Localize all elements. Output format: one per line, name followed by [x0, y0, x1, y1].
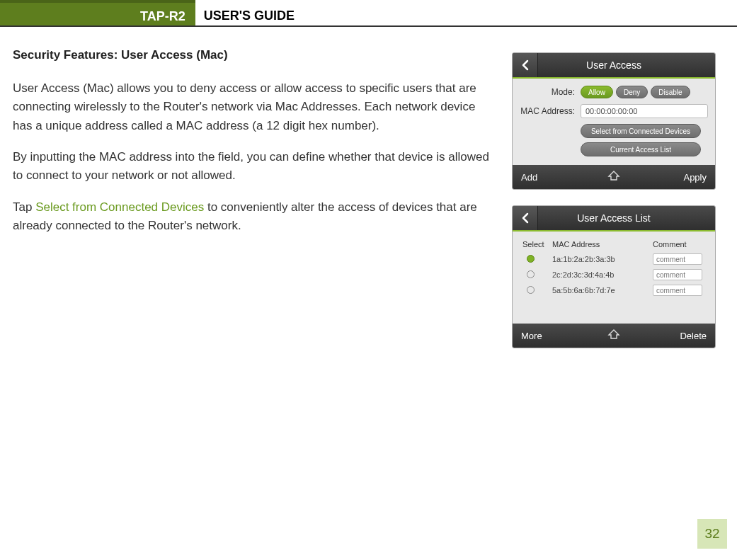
current-access-list-button[interactable]: Current Access List — [581, 142, 701, 156]
row-comment-input[interactable]: comment — [653, 285, 702, 296]
screenshot-column: User Access Mode: Allow Deny Disable MAC… — [512, 48, 716, 348]
apply-button[interactable]: Apply — [628, 172, 715, 183]
chevron-left-icon — [521, 59, 530, 71]
home-icon[interactable] — [600, 170, 628, 184]
mac-address-input[interactable]: 00:00:00:00:00 — [581, 104, 708, 118]
row-mac: 5a:5b:6a:6b:7d:7e — [552, 286, 653, 295]
back-button[interactable] — [513, 206, 538, 230]
chevron-left-icon — [521, 212, 530, 224]
row-select-radio[interactable] — [527, 270, 535, 278]
screen2-bottombar: More Delete — [513, 324, 715, 348]
row-comment-input[interactable]: comment — [653, 253, 702, 265]
col-header-mac: MAC Address — [552, 240, 653, 248]
para3-pre: Tap — [13, 200, 35, 214]
mode-deny-pill[interactable]: Deny — [616, 86, 648, 98]
doc-header: TAP-R2 USER'S GUIDE — [0, 0, 737, 27]
screen1-topbar: User Access — [513, 53, 715, 79]
screenshot-user-access: User Access Mode: Allow Deny Disable MAC… — [512, 52, 716, 190]
delete-button[interactable]: Delete — [628, 331, 715, 341]
row-mac: 2c:2d:3c:3d:4a:4b — [552, 270, 653, 279]
product-badge: TAP-R2 — [135, 0, 195, 25]
mode-allow-pill[interactable]: Allow — [581, 86, 613, 98]
screen1-title: User Access — [538, 59, 715, 71]
screenshot-user-access-list: User Access List Select MAC Address Comm… — [512, 205, 716, 348]
col-header-select: Select — [520, 240, 552, 248]
more-button[interactable]: More — [513, 331, 600, 341]
paragraph-2: By inputting the MAC address into the fi… — [13, 148, 498, 185]
select-devices-link[interactable]: Select from Connected Devices — [35, 200, 204, 214]
home-icon[interactable] — [600, 328, 628, 343]
table-row: 2c:2d:3c:3d:4a:4bcomment — [520, 267, 708, 282]
header-color-bar — [0, 0, 135, 25]
section-heading: Security Features: User Access (Mac) — [13, 48, 498, 62]
row-select-radio[interactable] — [527, 286, 535, 294]
row-select-radio[interactable] — [527, 255, 535, 263]
paragraph-1: User Access (Mac) allows you to deny acc… — [13, 79, 498, 135]
paragraph-3: Tap Select from Connected Devices to con… — [13, 198, 498, 236]
select-connected-devices-button[interactable]: Select from Connected Devices — [581, 124, 701, 138]
table-row: 5a:5b:6a:6b:7d:7ecomment — [520, 282, 708, 298]
screen2-topbar: User Access List — [513, 206, 715, 232]
col-header-comment: Comment — [653, 240, 708, 248]
screen1-body: Mode: Allow Deny Disable MAC Address: 00… — [513, 79, 715, 165]
text-column: Security Features: User Access (Mac) Use… — [13, 48, 498, 348]
mode-disable-pill[interactable]: Disable — [651, 86, 690, 98]
table-row: 1a:1b:2a:2b:3a:3bcomment — [520, 251, 708, 267]
screen2-body: Select MAC Address Comment 1a:1b:2a:2b:3… — [513, 232, 715, 324]
row-comment-input[interactable]: comment — [653, 269, 702, 280]
list-header: Select MAC Address Comment — [520, 237, 708, 251]
back-button[interactable] — [513, 53, 538, 77]
screen1-bottombar: Add Apply — [513, 165, 715, 189]
page-number: 32 — [697, 519, 727, 549]
mode-label: Mode: — [520, 87, 581, 97]
mac-address-label: MAC Address: — [520, 106, 581, 116]
add-button[interactable]: Add — [513, 172, 600, 183]
doc-title: USER'S GUIDE — [195, 0, 295, 25]
screen2-title: User Access List — [538, 212, 715, 224]
row-mac: 1a:1b:2a:2b:3a:3b — [552, 255, 653, 263]
